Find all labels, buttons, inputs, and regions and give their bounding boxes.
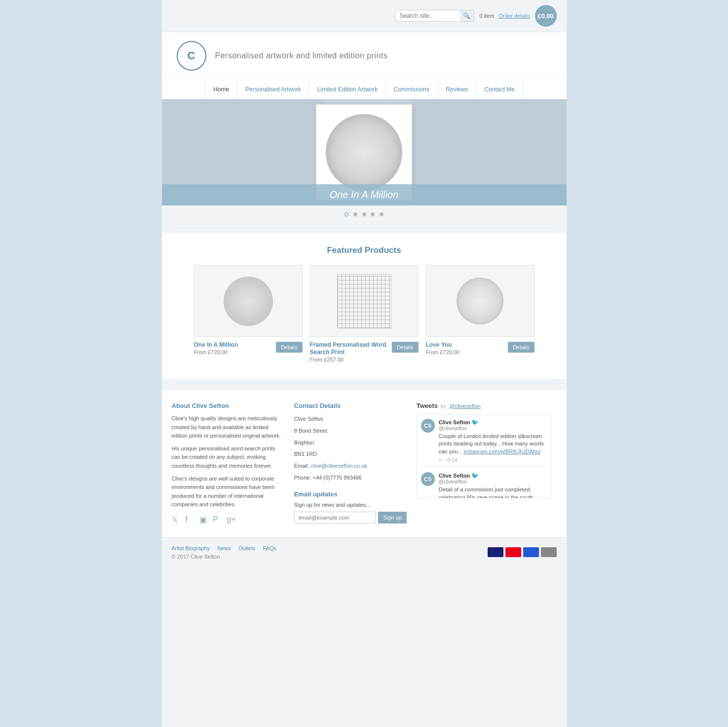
email-updates-title: Email updates bbox=[294, 490, 407, 498]
visa-icon bbox=[488, 547, 503, 557]
product-meta-2: Framed Personalised Word Search Print Fr… bbox=[310, 341, 392, 363]
product-image-2[interactable] bbox=[310, 265, 419, 337]
nav-contact[interactable]: Contact Me bbox=[476, 80, 523, 99]
contact-phone-row: Phone: +44 (0)7775 993486 bbox=[294, 473, 407, 483]
tweet-box: CS Clive Sefton 🐦 @clivesefton Couple of… bbox=[417, 414, 552, 498]
tweets-title: Tweets bbox=[417, 402, 438, 409]
cart-items: 0 item bbox=[479, 13, 494, 19]
payment-icons bbox=[488, 547, 557, 557]
site-header: C Personalised artwork and limited editi… bbox=[162, 32, 567, 80]
site-logo[interactable]: C bbox=[177, 41, 206, 71]
instagram-icon[interactable]: ▣ bbox=[199, 515, 209, 525]
product-card-1: One In A Million From £720.00 Details bbox=[194, 265, 303, 366]
product-meta-1: One In A Million From £720.00 bbox=[194, 341, 238, 355]
product-name-2[interactable]: Framed Personalised Word Search Print bbox=[310, 341, 386, 356]
dot-4[interactable] bbox=[371, 212, 375, 216]
details-btn-1[interactable]: Details bbox=[276, 342, 303, 353]
nav-home[interactable]: Home bbox=[205, 80, 237, 99]
details-btn-2[interactable]: Details bbox=[392, 342, 419, 353]
footer-link-outlets[interactable]: Outlets bbox=[238, 545, 256, 551]
footer-link-biography[interactable]: Artist Biography bbox=[172, 545, 210, 551]
footer-copyright: © 2017 Clive Sefton. bbox=[172, 554, 277, 560]
contact-col: Contact Details Clive Sefton 8 Bond Stre… bbox=[289, 402, 412, 525]
logo-wrapper: C bbox=[177, 41, 206, 71]
contact-name: Clive Sefton bbox=[294, 414, 407, 424]
tweet-retweet-1[interactable]: ⟳ 14 bbox=[447, 457, 458, 463]
about-para-3: Clive's designs are well suited to corpo… bbox=[172, 475, 284, 509]
product-meta-3: Love You From £720.00 bbox=[426, 341, 460, 355]
tweet-reply-1[interactable]: ↩ bbox=[439, 457, 443, 463]
search-input[interactable] bbox=[395, 10, 460, 21]
divider-1 bbox=[172, 228, 557, 228]
about-para-2: His unique personalised word search prin… bbox=[172, 444, 284, 471]
divider-2 bbox=[172, 384, 557, 384]
nav-limited-edition[interactable]: Limited Edition Artwork bbox=[309, 80, 386, 99]
signup-button[interactable]: Sign up bbox=[378, 512, 406, 524]
about-col: About Clive Sefton Clive's high quality … bbox=[172, 402, 289, 525]
product-info-3: Love You From £720.00 Details bbox=[426, 337, 535, 359]
contact-email-row: Email: clive@clivesefton.co.uk bbox=[294, 461, 407, 471]
tweet-2: CS Clive Sefton 🐦 @clivesefton Detail of… bbox=[421, 472, 547, 498]
nav-commissions[interactable]: Commissions bbox=[386, 80, 438, 99]
hero-slider: One In A Million bbox=[162, 99, 567, 205]
tweet-content-2: Clive Sefton 🐦 @clivesefton Detail of a … bbox=[439, 472, 547, 498]
hero-artwork bbox=[326, 114, 402, 191]
product-image-3[interactable] bbox=[426, 265, 535, 337]
tweet-text-2: Detail of a commission just completed, c… bbox=[439, 486, 547, 498]
product-artwork-2 bbox=[337, 274, 391, 328]
dot-1[interactable] bbox=[345, 212, 348, 216]
twitter-icon[interactable]: 𝕏 bbox=[172, 515, 182, 525]
tweets-header: Tweets by @clivesefton bbox=[417, 402, 552, 409]
product-name-1[interactable]: One In A Million bbox=[194, 341, 238, 348]
tweets-by: by bbox=[441, 403, 447, 409]
nav-reviews[interactable]: Reviews bbox=[438, 80, 476, 99]
tweets-col: Tweets by @clivesefton CS Clive Sefton 🐦… bbox=[412, 402, 557, 525]
search-button[interactable]: 🔍 bbox=[460, 10, 474, 21]
tweet-header-1: Clive Sefton 🐦 bbox=[439, 419, 547, 426]
twitter-bird-icon-2: 🐦 bbox=[471, 472, 479, 479]
tweet-handle-1: @clivesefton bbox=[439, 426, 547, 431]
footer-cols: About Clive Sefton Clive's high quality … bbox=[162, 389, 567, 537]
order-details-link[interactable]: Order details bbox=[499, 13, 530, 19]
product-info-2: Framed Personalised Word Search Print Fr… bbox=[310, 337, 419, 366]
tweet-1: CS Clive Sefton 🐦 @clivesefton Couple of… bbox=[421, 419, 547, 467]
details-btn-3[interactable]: Details bbox=[508, 342, 535, 353]
dot-5[interactable] bbox=[380, 212, 383, 216]
contact-title: Contact Details bbox=[294, 402, 407, 409]
product-artwork-1 bbox=[224, 277, 273, 326]
payment-other-icon bbox=[541, 547, 557, 557]
tweets-handle[interactable]: @clivesefton bbox=[449, 403, 480, 409]
hero-caption: One In A Million bbox=[162, 184, 567, 205]
main-nav: Home Personalised Artwork Limited Editio… bbox=[162, 80, 567, 99]
dot-2[interactable] bbox=[353, 212, 357, 216]
about-para-1: Clive's high quality designs are meticul… bbox=[172, 414, 284, 441]
tweet-handle-2: @clivesefton bbox=[439, 479, 547, 485]
tweet-text-1: Couple of London limited edition silkscr… bbox=[439, 433, 547, 455]
nav-personalised-artwork[interactable]: Personalised Artwork bbox=[237, 80, 309, 99]
footer-link-news[interactable]: News bbox=[217, 545, 231, 551]
footer-links: Artist Biography News Outlets FAQs bbox=[172, 545, 277, 551]
products-grid: One In A Million From £720.00 Details Fr… bbox=[172, 265, 557, 366]
footer-link-faqs[interactable]: FAQs bbox=[263, 545, 277, 551]
product-image-1[interactable] bbox=[194, 265, 303, 337]
pinterest-icon[interactable]: P bbox=[213, 515, 223, 525]
mastercard-icon bbox=[505, 547, 521, 557]
email-updates-text: Sign up for news and updates... bbox=[294, 502, 407, 508]
product-card-3: Love You From £720.00 Details bbox=[426, 265, 535, 366]
site-tagline: Personalised artwork and limited edition… bbox=[215, 51, 388, 60]
product-price-3: From £720.00 bbox=[426, 349, 460, 355]
product-name-3[interactable]: Love You bbox=[426, 341, 452, 348]
about-title: About Clive Sefton bbox=[172, 402, 284, 409]
cart-badge[interactable]: £0.00 bbox=[535, 5, 557, 27]
facebook-icon[interactable]: f bbox=[186, 515, 195, 525]
cart-info: 0 item Order details bbox=[479, 13, 530, 19]
contact-email-link[interactable]: clive@clivesefton.co.uk bbox=[310, 463, 367, 469]
dot-3[interactable] bbox=[362, 212, 366, 216]
tweet-content-1: Clive Sefton 🐦 @clivesefton Couple of Lo… bbox=[439, 419, 547, 463]
tweet-link-1[interactable]: instagram.com/p/BRl5JhJDAbu/ bbox=[464, 448, 541, 454]
email-signup-input[interactable] bbox=[294, 512, 376, 524]
twitter-bird-icon-1: 🐦 bbox=[471, 419, 479, 426]
googleplus-icon[interactable]: g+ bbox=[227, 515, 237, 525]
featured-section: Featured Products One In A Million From … bbox=[162, 233, 567, 379]
tweet-avatar-2: CS bbox=[421, 472, 435, 486]
